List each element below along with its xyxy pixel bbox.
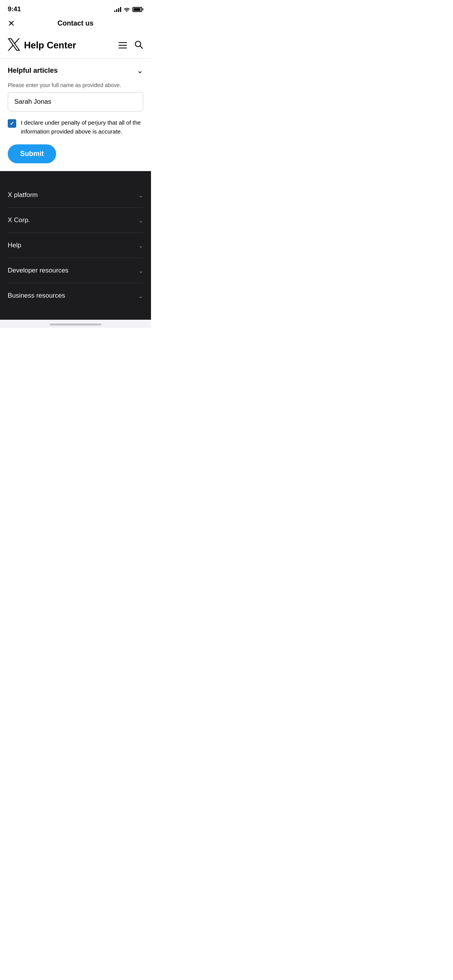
help-logo: Help Center (8, 38, 76, 52)
x-logo-icon (8, 38, 20, 52)
footer-item-chevron: ⌄ (138, 242, 143, 249)
footer-item-chevron: ⌄ (138, 192, 143, 199)
footer-item[interactable]: Help⌄ (8, 233, 143, 258)
footer-items: X platform⌄X Corp.⌄Help⌄Developer resour… (8, 183, 143, 308)
declaration-label: I declare under penalty of perjury that … (21, 118, 143, 136)
close-button[interactable]: ✕ (8, 19, 15, 28)
footer-item[interactable]: X Corp.⌄ (8, 208, 143, 233)
helpful-articles-title: Helpful articles (8, 67, 58, 75)
footer: X platform⌄X Corp.⌄Help⌄Developer resour… (0, 171, 151, 320)
footer-item-chevron: ⌄ (138, 217, 143, 224)
submit-button[interactable]: Submit (8, 144, 56, 163)
declaration-checkbox[interactable] (8, 119, 17, 128)
home-bar (50, 324, 101, 326)
footer-item-chevron: ⌄ (138, 267, 143, 274)
status-time: 9:41 (8, 5, 21, 13)
footer-item[interactable]: Developer resources⌄ (8, 258, 143, 283)
footer-item-chevron: ⌄ (138, 292, 143, 300)
signal-icon (114, 7, 121, 12)
help-header: Help Center (0, 32, 151, 58)
footer-item[interactable]: Business resources⌄ (8, 283, 143, 308)
footer-item-label: Help (8, 242, 21, 249)
footer-item-label: X Corp. (8, 216, 30, 224)
declaration-row: I declare under penalty of perjury that … (8, 118, 143, 136)
menu-button[interactable] (118, 42, 127, 48)
full-name-input[interactable] (8, 92, 143, 111)
search-button[interactable] (134, 40, 143, 51)
footer-item[interactable]: X platform⌄ (8, 183, 143, 208)
help-header-icons (118, 40, 143, 51)
helpful-articles-chevron[interactable]: ⌄ (137, 66, 143, 75)
footer-item-label: Business resources (8, 292, 65, 300)
helpful-articles-section[interactable]: Helpful articles ⌄ (0, 59, 151, 82)
nav-title: Contact us (57, 19, 93, 27)
form-section: Please enter your full name as provided … (0, 82, 151, 171)
battery-icon (132, 7, 143, 12)
footer-item-label: X platform (8, 191, 38, 199)
footer-item-label: Developer resources (8, 267, 69, 274)
status-bar: 9:41 (0, 0, 151, 16)
help-center-label: Help Center (24, 40, 76, 51)
wifi-icon (124, 7, 130, 12)
home-indicator (0, 320, 151, 328)
svg-line-1 (140, 46, 142, 48)
nav-bar: ✕ Contact us (0, 16, 151, 32)
status-icons (114, 7, 143, 12)
form-hint: Please enter your full name as provided … (8, 82, 143, 88)
